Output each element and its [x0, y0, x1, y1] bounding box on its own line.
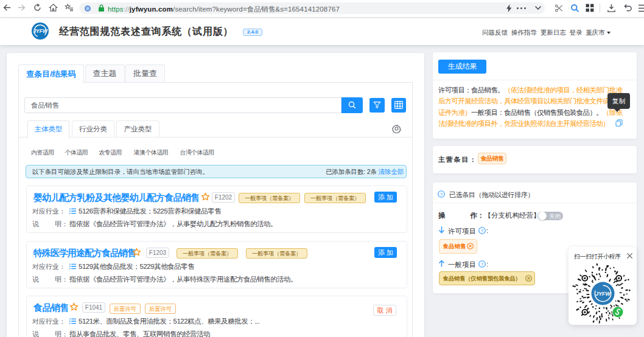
svg-text:?: ? [481, 228, 483, 233]
svg-text:?: ? [440, 192, 443, 197]
svg-text:?: ? [481, 261, 483, 266]
svg-text:JYFW: JYFW [595, 291, 611, 297]
svg-text:JYFW: JYFW [33, 28, 48, 34]
